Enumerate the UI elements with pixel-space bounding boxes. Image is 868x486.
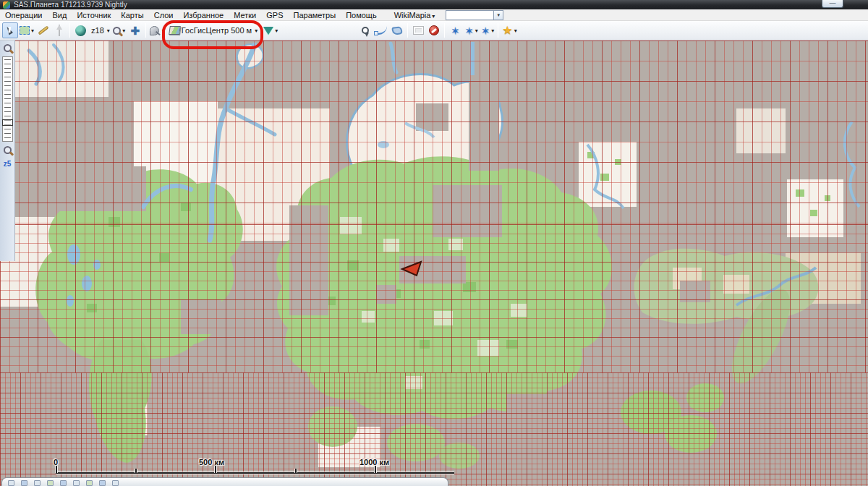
bottom-status-panel xyxy=(1,477,448,486)
measure-distance-button[interactable] xyxy=(35,22,51,38)
map-source-button[interactable]: ГосГисЦентр 500 м ▾ xyxy=(168,22,259,38)
main-toolbar: ▾ z18▾ ▾ ✚ ▾ ГосГисЦентр 500 м ▾ ▾ ✶ ✶▾ … xyxy=(0,21,868,40)
combobox-dropdown-button[interactable]: ▾ xyxy=(493,11,503,20)
add-path-button[interactable] xyxy=(373,22,389,38)
placemark-pin-icon xyxy=(362,27,369,34)
status-icon[interactable] xyxy=(8,480,14,486)
chevron-down-icon: ▾ xyxy=(491,27,494,34)
magnifier-icon xyxy=(113,27,121,35)
app-icon xyxy=(3,1,10,9)
window-title: SAS.Планета 171213.9739 Nightly xyxy=(14,1,127,9)
add-polygon-button[interactable] xyxy=(389,22,405,38)
status-icon[interactable] xyxy=(21,480,27,486)
pan-button[interactable]: ✚ xyxy=(127,22,143,38)
favorites-dropdown[interactable]: ★▾ xyxy=(501,22,518,38)
menu-favorites[interactable]: Избранное xyxy=(178,9,229,21)
wikimapia-label: WikiMapia xyxy=(394,11,431,20)
no-entry-icon xyxy=(429,25,439,35)
rect-selection-button[interactable]: ▾ xyxy=(18,22,35,38)
status-icon[interactable] xyxy=(99,480,106,486)
gps-cursor-arrow xyxy=(398,257,427,279)
status-icon[interactable] xyxy=(34,480,41,486)
goto-place-dropdown[interactable]: ✶▾ xyxy=(463,22,480,38)
zoom-level-dropdown[interactable]: z18▾ xyxy=(88,22,111,38)
title-bar: SAS.Планета 171213.9739 Nightly — xyxy=(0,0,868,9)
menu-gps[interactable]: GPS xyxy=(261,9,288,21)
toolbar-separator xyxy=(69,23,70,38)
selection-rect-icon xyxy=(20,26,30,35)
ruler-icon xyxy=(38,25,48,35)
zoom-level-label: z18 xyxy=(91,26,104,35)
zoom-slider[interactable] xyxy=(2,56,13,142)
add-placemark-button[interactable] xyxy=(357,22,373,38)
chevron-down-icon: ▾ xyxy=(31,27,34,34)
pan-cross-icon: ✚ xyxy=(130,25,140,36)
menu-layers[interactable]: Слои xyxy=(149,9,179,21)
toolbar-separator xyxy=(145,23,146,38)
chevron-down-icon: ▾ xyxy=(162,27,165,34)
toolbar-separator xyxy=(444,23,445,38)
fill-map-dropdown[interactable]: ▾ xyxy=(262,22,279,38)
blue-star-icon: ✶ xyxy=(451,25,460,36)
north-arrow-icon xyxy=(54,25,64,36)
zoom-slider-thumb[interactable] xyxy=(2,119,13,126)
map-geography xyxy=(0,40,868,486)
status-icon[interactable] xyxy=(112,480,119,486)
chevron-down-icon: ▾ xyxy=(514,27,517,34)
menu-wikimapia[interactable]: WikiMapia▾ xyxy=(389,9,441,21)
toolbar-separator xyxy=(498,23,498,38)
hide-marks-button[interactable] xyxy=(426,22,442,38)
goto-coords-dropdown[interactable]: ✶▾ xyxy=(480,22,496,38)
menu-view[interactable]: Вид xyxy=(47,9,72,21)
chevron-down-icon: ▾ xyxy=(475,27,478,34)
chevron-down-icon: ▾ xyxy=(107,27,110,34)
map-canvas[interactable]: 0 500 км 1000 км xyxy=(0,40,868,486)
menu-source[interactable]: Источник xyxy=(72,9,116,21)
blue-star-icon: ✶ xyxy=(464,25,474,36)
menu-maps[interactable]: Карты xyxy=(116,9,148,21)
select-tool-button[interactable] xyxy=(2,22,18,38)
chevron-down-icon: ▾ xyxy=(432,13,435,20)
status-icon[interactable] xyxy=(73,480,80,486)
satellite-dish-icon xyxy=(150,26,161,35)
map-source-icon xyxy=(169,26,181,35)
status-icon[interactable] xyxy=(47,480,54,486)
search-combobox[interactable]: ▾ xyxy=(446,10,503,20)
status-icon[interactable] xyxy=(60,480,67,486)
placemark-manager-button[interactable] xyxy=(410,22,426,38)
path-line-icon xyxy=(375,26,387,35)
framed-map-icon xyxy=(413,26,424,35)
funnel-download-icon xyxy=(263,27,273,35)
current-zoom-label: z5 xyxy=(4,160,12,168)
status-icon[interactable] xyxy=(86,480,93,486)
menu-settings[interactable]: Параметры xyxy=(288,9,341,21)
zoom-tool-dropdown[interactable]: ▾ xyxy=(111,22,127,38)
favorite-star-icon: ★ xyxy=(502,25,512,36)
goto-place-button[interactable]: ✶ xyxy=(447,22,463,38)
menu-placemarks[interactable]: Метки xyxy=(229,9,261,21)
menu-operations[interactable]: Операции xyxy=(0,9,47,21)
chevron-down-icon: ▾ xyxy=(275,27,278,34)
chevron-down-icon: ▾ xyxy=(255,27,258,34)
menu-bar: Операции Вид Источник Карты Слои Избранн… xyxy=(0,9,868,21)
toolbar-separator xyxy=(407,23,408,38)
chevron-down-icon: ▾ xyxy=(122,27,125,34)
cursor-arrow-icon xyxy=(7,25,14,35)
menu-help[interactable]: Помощь xyxy=(341,9,382,21)
blue-star-icon: ✶ xyxy=(481,25,490,36)
north-arrow-button[interactable] xyxy=(51,22,67,38)
zoom-panel: z5 xyxy=(0,40,15,261)
globe-icon xyxy=(75,25,86,36)
zoom-globe-button[interactable] xyxy=(72,22,88,38)
zoom-in-icon[interactable] xyxy=(4,44,12,52)
gps-dropdown-button[interactable]: ▾ xyxy=(148,22,166,38)
minimize-button[interactable]: — xyxy=(822,0,843,8)
zoom-out-icon[interactable] xyxy=(4,146,12,154)
polygon-icon xyxy=(391,26,402,35)
map-source-label: ГосГисЦентр 500 м xyxy=(182,26,252,35)
